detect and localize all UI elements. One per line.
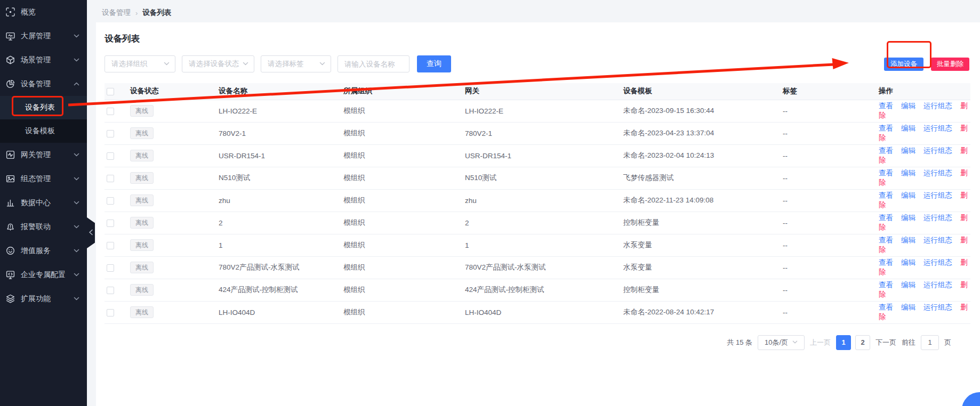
content-card: 设备列表 请选择组织 请选择设备状态 请选择标签 查询 添加设备 批量删除 bbox=[96, 22, 980, 406]
device-name-input[interactable] bbox=[338, 55, 409, 72]
row-action-编辑[interactable]: 编辑 bbox=[901, 191, 915, 199]
cell-org: 根组织 bbox=[341, 100, 463, 122]
sidebar-item-设备管理[interactable]: 设备管理 bbox=[0, 72, 87, 96]
pagination: 共 15 条 10条/页 上一页 12 下一页 前往 页 bbox=[105, 335, 970, 350]
search-button[interactable]: 查询 bbox=[417, 55, 451, 72]
page-unit-label: 页 bbox=[944, 338, 951, 347]
table-row: 离线 2 根组织 2 控制柜变量 -- 查看编辑运行组态删除 bbox=[105, 212, 970, 234]
cell-org: 根组织 bbox=[341, 279, 463, 301]
cell-device-name: USR-DR154-1 bbox=[216, 144, 341, 167]
org-select[interactable]: 请选择组织 bbox=[105, 55, 175, 72]
sidebar-item-场景管理[interactable]: 场景管理 bbox=[0, 48, 87, 72]
breadcrumb-item-parent[interactable]: 设备管理 bbox=[102, 8, 131, 18]
chevron-down-icon bbox=[319, 60, 325, 68]
page-number-2[interactable]: 2 bbox=[855, 335, 870, 350]
sidebar-item-增值服务[interactable]: 增值服务 bbox=[0, 239, 87, 263]
row-action-查看[interactable]: 查看 bbox=[879, 303, 893, 311]
sidebar-item-企业专属配置[interactable]: 企业专属配置 bbox=[0, 263, 87, 287]
sidebar-menu: 概览 大屏管理 场景管理 设备管理 设备列表 设备模板 网关管理 组态管理 数据… bbox=[0, 0, 87, 311]
sidebar-item-大屏管理[interactable]: 大屏管理 bbox=[0, 24, 87, 48]
cell-org: 根组织 bbox=[341, 301, 463, 323]
row-action-运行组态[interactable]: 运行组态 bbox=[923, 281, 952, 289]
cell-tag: -- bbox=[781, 212, 877, 234]
select-all-checkbox[interactable] bbox=[107, 88, 114, 95]
chevron-down-icon bbox=[164, 60, 170, 68]
cell-template: 未命名-2023-02-04 10:24:13 bbox=[621, 144, 781, 167]
gateway-icon bbox=[5, 150, 15, 160]
cell-actions: 查看编辑运行组态删除 bbox=[877, 167, 970, 189]
page-size-select[interactable]: 10条/页 bbox=[758, 335, 805, 350]
cell-device-name: zhu bbox=[216, 189, 341, 212]
row-action-查看[interactable]: 查看 bbox=[879, 124, 893, 132]
row-action-运行组态[interactable]: 运行组态 bbox=[923, 303, 952, 311]
sidebar-item-概览[interactable]: 概览 bbox=[0, 0, 87, 24]
row-action-运行组态[interactable]: 运行组态 bbox=[923, 102, 952, 110]
sidebar-item-网关管理[interactable]: 网关管理 bbox=[0, 143, 87, 167]
sidebar-item-数据中心[interactable]: 数据中心 bbox=[0, 191, 87, 215]
row-action-编辑[interactable]: 编辑 bbox=[901, 124, 915, 132]
chevron-up-icon bbox=[74, 81, 79, 87]
prev-page-button[interactable]: 上一页 bbox=[810, 338, 831, 347]
row-action-查看[interactable]: 查看 bbox=[879, 281, 893, 289]
device-status-select-placeholder: 请选择设备状态 bbox=[189, 59, 243, 69]
add-device-button[interactable]: 添加设备 bbox=[884, 58, 923, 71]
cell-device-name: 780V2-1 bbox=[216, 122, 341, 144]
cell-template: 飞梦传感器测试 bbox=[621, 167, 781, 189]
row-action-运行组态[interactable]: 运行组态 bbox=[923, 147, 952, 155]
row-action-运行组态[interactable]: 运行组态 bbox=[923, 191, 952, 199]
device-icon bbox=[5, 79, 15, 89]
device-status-select[interactable]: 请选择设备状态 bbox=[182, 55, 254, 72]
row-action-运行组态[interactable]: 运行组态 bbox=[923, 124, 952, 132]
status-badge: 离线 bbox=[130, 194, 154, 206]
row-action-编辑[interactable]: 编辑 bbox=[901, 281, 915, 289]
sidebar-item-组态管理[interactable]: 组态管理 bbox=[0, 167, 87, 191]
status-badge: 离线 bbox=[130, 217, 154, 229]
enterprise-icon bbox=[5, 270, 15, 280]
row-checkbox[interactable] bbox=[107, 152, 114, 160]
row-action-查看[interactable]: 查看 bbox=[879, 147, 893, 155]
tag-select[interactable]: 请选择标签 bbox=[261, 55, 331, 72]
status-badge: 离线 bbox=[130, 262, 154, 273]
batch-delete-button[interactable]: 批量删除 bbox=[931, 58, 969, 71]
page-number-1[interactable]: 1 bbox=[836, 335, 851, 350]
row-checkbox[interactable] bbox=[107, 175, 114, 182]
row-action-编辑[interactable]: 编辑 bbox=[901, 258, 915, 266]
row-action-查看[interactable]: 查看 bbox=[879, 102, 893, 110]
row-checkbox[interactable] bbox=[107, 309, 114, 316]
row-action-运行组态[interactable]: 运行组态 bbox=[923, 169, 952, 177]
row-action-查看[interactable]: 查看 bbox=[879, 169, 893, 177]
sidebar-subitem-设备模板[interactable]: 设备模板 bbox=[0, 119, 87, 143]
sidebar-item-报警联动[interactable]: 报警联动 bbox=[0, 215, 87, 239]
row-action-查看[interactable]: 查看 bbox=[879, 191, 893, 199]
row-action-编辑[interactable]: 编辑 bbox=[901, 169, 915, 177]
sidebar-item-扩展功能[interactable]: 扩展功能 bbox=[0, 287, 87, 311]
next-page-button[interactable]: 下一页 bbox=[875, 338, 896, 347]
row-action-编辑[interactable]: 编辑 bbox=[901, 147, 915, 155]
row-action-编辑[interactable]: 编辑 bbox=[901, 214, 915, 222]
row-checkbox[interactable] bbox=[107, 242, 114, 249]
cell-tag: -- bbox=[781, 234, 877, 256]
sidebar-item-label: 企业专属配置 bbox=[21, 270, 66, 280]
row-action-运行组态[interactable]: 运行组态 bbox=[923, 258, 952, 266]
row-checkbox[interactable] bbox=[107, 264, 114, 272]
row-action-编辑[interactable]: 编辑 bbox=[901, 102, 915, 110]
row-checkbox[interactable] bbox=[107, 220, 114, 227]
value-added-icon bbox=[5, 246, 15, 256]
chevron-left-icon bbox=[89, 228, 93, 238]
row-action-编辑[interactable]: 编辑 bbox=[901, 303, 915, 311]
row-action-查看[interactable]: 查看 bbox=[879, 214, 893, 222]
goto-page-input[interactable] bbox=[921, 335, 939, 350]
row-action-查看[interactable]: 查看 bbox=[879, 258, 893, 266]
sidebar-submenu: 设备列表 设备模板 bbox=[0, 96, 87, 143]
row-checkbox[interactable] bbox=[107, 108, 114, 115]
cell-device-name: LH-IO222-E bbox=[216, 100, 341, 122]
row-action-运行组态[interactable]: 运行组态 bbox=[923, 214, 952, 222]
row-checkbox[interactable] bbox=[107, 130, 114, 137]
sidebar-subitem-设备列表[interactable]: 设备列表 bbox=[0, 96, 87, 119]
row-checkbox[interactable] bbox=[107, 197, 114, 205]
row-action-运行组态[interactable]: 运行组态 bbox=[923, 236, 952, 244]
row-action-编辑[interactable]: 编辑 bbox=[901, 236, 915, 244]
row-checkbox[interactable] bbox=[107, 287, 114, 294]
row-action-查看[interactable]: 查看 bbox=[879, 236, 893, 244]
cell-actions: 查看编辑运行组态删除 bbox=[877, 144, 970, 167]
